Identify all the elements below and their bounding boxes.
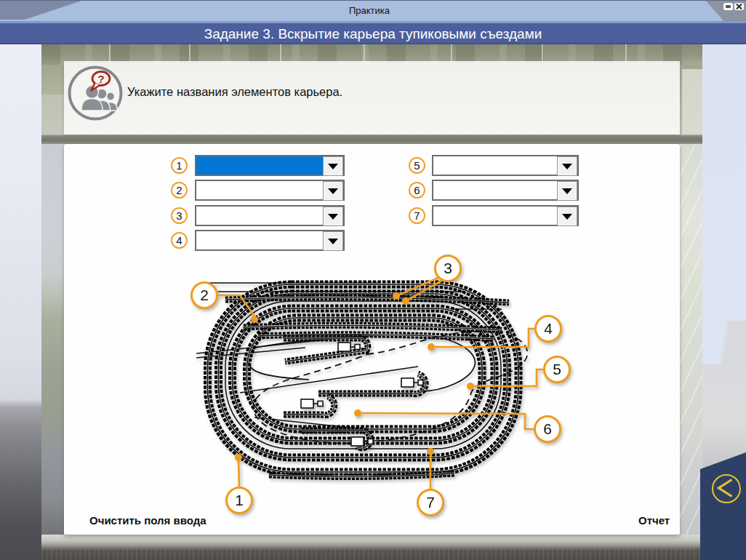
- svg-text:5: 5: [553, 361, 561, 377]
- svg-text:4: 4: [544, 320, 553, 337]
- svg-text:7: 7: [426, 494, 435, 511]
- svg-text:6: 6: [543, 420, 552, 437]
- svg-text:1: 1: [235, 492, 244, 508]
- svg-text:3: 3: [444, 260, 452, 276]
- svg-text:?: ?: [97, 73, 104, 85]
- svg-text:2: 2: [200, 287, 209, 303]
